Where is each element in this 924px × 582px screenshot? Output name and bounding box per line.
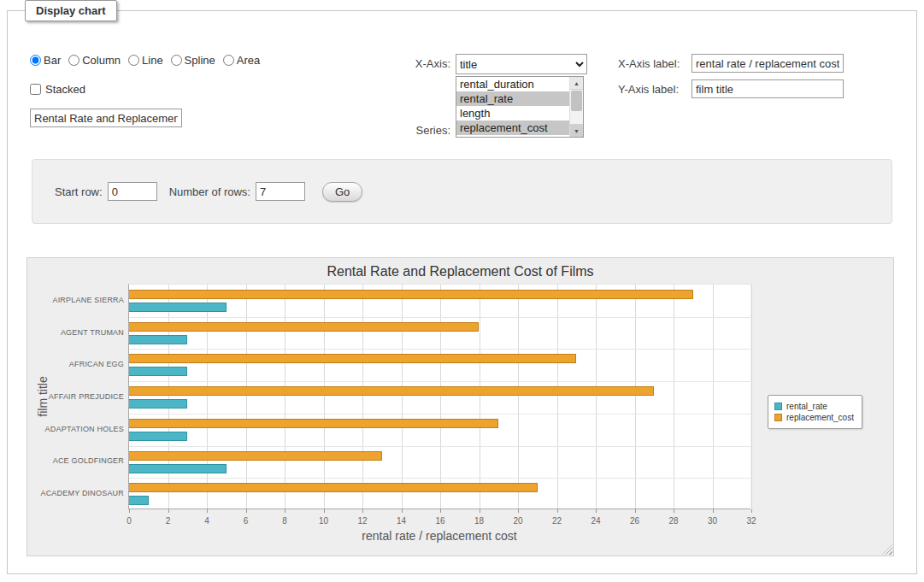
plot-area: 02468101214161820222426283032AIRPLANE SI… xyxy=(128,284,750,509)
x-axis-tick xyxy=(324,509,325,513)
x-axis-tick xyxy=(518,509,519,513)
stacked-checkbox[interactable] xyxy=(30,84,41,95)
rental_rate-bar xyxy=(129,432,187,441)
panel-title: Display chart xyxy=(25,0,117,21)
x-axis-tick xyxy=(362,509,363,513)
chart-type-radio-column[interactable] xyxy=(68,55,79,66)
num-rows-input[interactable] xyxy=(256,182,305,201)
x-tick-label: 20 xyxy=(505,516,531,526)
display-chart-panel: Display chart BarColumnLineSplineArea St… xyxy=(7,10,917,574)
rows-panel: Start row: Number of rows: Go xyxy=(32,159,892,224)
x-tick-label: 14 xyxy=(389,516,415,526)
chart-type-label-bar: Bar xyxy=(44,54,61,67)
scrollbar-thumb[interactable] xyxy=(571,91,582,111)
x-gridline xyxy=(168,285,169,509)
xaxis-select-label: X-Axis: xyxy=(394,57,450,70)
chart-panel: Rental Rate and Replacement Cost of Film… xyxy=(26,257,894,556)
x-tick-label: 30 xyxy=(700,516,726,526)
series-option-rental_rate[interactable]: rental_rate xyxy=(456,91,569,106)
resize-handle-icon[interactable] xyxy=(882,544,892,555)
x-tick-label: 10 xyxy=(311,516,337,526)
chart-type-group: BarColumnLineSplineArea xyxy=(30,54,268,67)
rental_rate-bar xyxy=(129,367,187,376)
replacement_cost-bar xyxy=(129,354,576,363)
legend-swatch-replacement_cost xyxy=(774,414,782,421)
series-listbox[interactable]: rental_durationrental_ratelengthreplacem… xyxy=(456,76,584,138)
yaxis-label-input[interactable] xyxy=(692,79,844,98)
band-gridline xyxy=(129,446,750,447)
band-gridline xyxy=(129,317,750,318)
rental_rate-bar xyxy=(129,303,227,312)
series-scrollbar[interactable]: ▲ ▼ xyxy=(569,77,583,137)
x-gridline xyxy=(596,285,597,509)
x-tick-label: 16 xyxy=(427,516,453,526)
xaxis-label-field-label: X-Axis label: xyxy=(618,57,680,70)
x-tick-label: 6 xyxy=(233,516,259,526)
x-gridline xyxy=(362,285,363,509)
chart-type-radio-spline[interactable] xyxy=(171,55,182,66)
replacement_cost-bar xyxy=(129,451,382,461)
chart-title-input[interactable] xyxy=(30,109,182,127)
scroll-down-icon[interactable]: ▼ xyxy=(570,124,583,137)
replacement_cost-bar xyxy=(129,322,479,332)
x-tick-label: 32 xyxy=(739,516,764,526)
x-tick-label: 22 xyxy=(544,516,570,526)
rental_rate-bar xyxy=(129,496,149,505)
chart-type-radio-line[interactable] xyxy=(128,55,139,66)
category-label: AIRPLANE SIERRA xyxy=(32,296,124,304)
series-list-items: rental_durationrental_ratelengthreplacem… xyxy=(456,77,569,137)
xaxis-label-input[interactable] xyxy=(692,54,844,73)
chart-type-option-spline[interactable]: Spline xyxy=(171,54,215,67)
x-gridline xyxy=(207,285,208,509)
chart-type-radio-area[interactable] xyxy=(223,55,234,66)
x-axis-tick xyxy=(129,509,130,513)
x-gridline xyxy=(324,285,325,509)
chart-type-option-bar[interactable]: Bar xyxy=(30,54,61,67)
x-tick-label: 0 xyxy=(116,516,142,526)
x-gridline xyxy=(480,285,480,509)
x-gridline xyxy=(285,285,285,509)
rental_rate-bar xyxy=(129,335,187,344)
category-label: ADAPTATION HOLES xyxy=(32,425,124,433)
series-option-rental_duration[interactable]: rental_duration xyxy=(456,77,569,91)
category-label: ACADEMY DINOSAUR xyxy=(32,489,124,497)
chart-type-option-column[interactable]: Column xyxy=(68,54,121,67)
chart-type-label-spline: Spline xyxy=(185,54,215,67)
start-row-input[interactable] xyxy=(108,182,157,201)
chart-title: Rental Rate and Replacement Cost of Film… xyxy=(27,264,893,279)
chart-type-option-area[interactable]: Area xyxy=(223,54,260,67)
band-gridline xyxy=(129,414,750,414)
stacked-label: Stacked xyxy=(45,83,85,96)
x-axis-tick xyxy=(207,509,208,513)
x-axis-tick xyxy=(285,509,285,513)
legend-item-replacement_cost: replacement_cost xyxy=(774,413,854,422)
rental_rate-bar xyxy=(129,399,187,409)
category-label: AFRICAN EGG xyxy=(32,360,124,368)
xaxis-select[interactable]: title xyxy=(456,54,587,74)
category-label: ACE GOLDFINGER xyxy=(32,456,124,465)
x-gridline xyxy=(246,285,247,509)
go-button[interactable]: Go xyxy=(322,182,362,202)
start-row-label: Start row: xyxy=(55,185,103,198)
x-tick-label: 26 xyxy=(622,516,648,526)
chart-legend: rental_ratereplacement_cost xyxy=(768,395,862,429)
x-tick-label: 2 xyxy=(156,516,181,526)
x-tick-label: 4 xyxy=(194,516,220,526)
legend-item-rental_rate: rental_rate xyxy=(774,402,854,411)
scroll-up-icon[interactable]: ▲ xyxy=(570,77,583,90)
chart-type-radio-bar[interactable] xyxy=(30,55,41,66)
x-gridline xyxy=(518,285,519,509)
band-gridline xyxy=(129,381,750,382)
x-tick-label: 8 xyxy=(272,516,297,526)
chart-type-option-line[interactable]: Line xyxy=(128,54,163,67)
x-axis-tick xyxy=(402,509,403,513)
band-gridline xyxy=(129,349,750,350)
category-label: AFFAIR PREJUDICE xyxy=(32,392,124,401)
chart-type-label-column: Column xyxy=(82,54,121,67)
series-option-replacement_cost[interactable]: replacement_cost xyxy=(456,121,569,135)
x-axis-tick xyxy=(596,509,597,513)
x-tick-label: 24 xyxy=(583,516,609,526)
x-tick-label: 12 xyxy=(350,516,375,526)
series-option-length[interactable]: length xyxy=(456,106,569,121)
stacked-group[interactable]: Stacked xyxy=(30,83,85,96)
